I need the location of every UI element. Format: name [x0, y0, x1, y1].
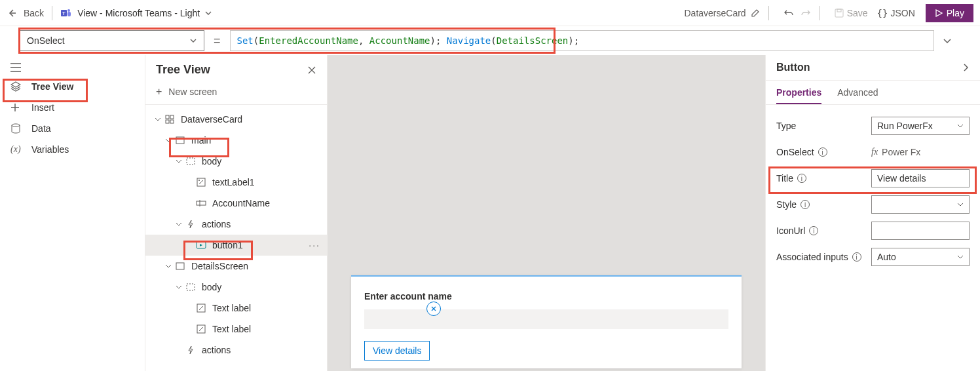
chevron-down-icon[interactable] — [176, 221, 185, 227]
chevron-down-icon[interactable] — [165, 137, 174, 144]
rail-label: Data — [31, 123, 51, 134]
equals-icon: = — [214, 34, 221, 48]
tree-title: Tree View — [156, 63, 210, 77]
tree-node-main[interactable]: main — [145, 130, 327, 151]
chevron-down-icon[interactable] — [205, 10, 212, 16]
svg-rect-4 — [835, 9, 843, 17]
teams-icon: T — [60, 7, 72, 19]
chevron-down-icon — [957, 254, 964, 260]
rail-label: Tree View — [31, 81, 73, 92]
svg-point-2 — [67, 9, 70, 12]
chevron-down-icon[interactable] — [176, 158, 185, 165]
svg-rect-10 — [170, 120, 174, 123]
tree-node-label: AccountName — [212, 198, 270, 208]
clear-icon[interactable] — [426, 302, 441, 316]
card-input-label: Enter account name — [364, 291, 728, 302]
card-name[interactable]: DataverseCard — [684, 8, 745, 18]
tree-node-actions[interactable]: actions — [145, 214, 327, 235]
chevron-down-icon[interactable] — [155, 116, 164, 123]
screen-icon — [174, 134, 186, 146]
actions-icon — [185, 218, 197, 230]
plus-icon: + — [156, 86, 162, 98]
tree-node-textlabel1[interactable]: · textLabel1 — [145, 172, 327, 193]
title-input[interactable]: View details — [871, 169, 970, 187]
assoc-select[interactable]: Auto — [871, 248, 970, 266]
more-icon[interactable]: ··· — [309, 240, 320, 250]
fx-token: EnteredAccountName — [259, 35, 358, 46]
formula-input[interactable]: Set(EnteredAccountName, AccountName); Na… — [230, 30, 934, 51]
close-icon[interactable] — [307, 66, 316, 75]
tree-node-label: Text label — [212, 324, 251, 334]
svg-rect-5 — [837, 9, 841, 12]
svg-rect-9 — [166, 120, 169, 123]
divider — [52, 6, 52, 20]
info-icon[interactable]: i — [852, 252, 861, 262]
tree-node-actions2[interactable]: · actions — [145, 340, 327, 361]
expand-formula-icon[interactable] — [934, 36, 960, 45]
tab-properties[interactable]: Properties — [776, 81, 821, 104]
chevron-down-icon[interactable] — [165, 263, 174, 269]
back-arrow-icon[interactable] — [7, 8, 17, 18]
type-select[interactable]: Run PowerFx — [871, 117, 970, 135]
tree-node-textlabel-b[interactable]: · Text label — [145, 319, 327, 340]
divider — [819, 6, 820, 20]
tree-node-label: DetailsScreen — [191, 261, 248, 271]
tree-node-label: body — [202, 156, 221, 166]
new-screen-button[interactable]: + New screen — [145, 82, 327, 105]
input-icon — [195, 197, 207, 209]
plus-icon — [10, 103, 24, 112]
tree-node-label: DataverseCard — [181, 114, 242, 125]
back-button[interactable]: Back — [24, 8, 44, 18]
tree-node-accountname[interactable]: · AccountName — [145, 193, 327, 214]
play-button[interactable]: Play — [926, 4, 973, 22]
tree-node-textlabel-a[interactable]: · Text label — [145, 298, 327, 319]
container-icon — [185, 281, 197, 293]
prop-label-onselect: OnSelect — [776, 147, 814, 157]
save-icon — [834, 8, 844, 18]
info-icon[interactable]: i — [801, 200, 810, 209]
edit-icon[interactable] — [750, 8, 761, 18]
tab-advanced[interactable]: Advanced — [837, 81, 878, 104]
svg-rect-11 — [176, 137, 184, 144]
svg-rect-12 — [187, 158, 195, 165]
svg-point-6 — [12, 124, 20, 127]
hamburger-icon[interactable] — [0, 59, 145, 76]
rail-tree-view[interactable]: Tree View — [0, 76, 145, 97]
svg-rect-8 — [170, 115, 174, 119]
tree-node-button1[interactable]: · button1 ··· — [145, 235, 327, 256]
property-selector[interactable]: OnSelect — [20, 30, 204, 51]
chevron-down-icon[interactable] — [176, 284, 185, 290]
view-details-button[interactable]: View details — [364, 341, 430, 361]
tree-node-body2[interactable]: body — [145, 277, 327, 298]
rail-data[interactable]: Data — [0, 118, 145, 139]
fx-token: Navigate — [447, 35, 491, 46]
prop-label-title: Title — [776, 173, 793, 184]
rail-label: Insert — [31, 102, 54, 113]
info-icon[interactable]: i — [797, 174, 806, 183]
json-icon[interactable]: {} — [877, 8, 888, 18]
text-icon — [195, 323, 207, 335]
text-icon — [195, 302, 207, 314]
fx-token: AccountName — [369, 35, 430, 46]
tree-node-body[interactable]: body — [145, 151, 327, 172]
database-icon — [10, 123, 24, 134]
undo-icon[interactable] — [783, 8, 794, 18]
json-button[interactable]: JSON — [890, 8, 914, 18]
svg-rect-7 — [166, 115, 169, 119]
view-dropdown[interactable]: View - Microsoft Teams - Light — [77, 8, 200, 18]
style-select[interactable] — [871, 195, 970, 214]
actions-icon — [185, 344, 197, 356]
property-selector-value: OnSelect — [27, 35, 65, 46]
account-name-input[interactable] — [364, 309, 728, 329]
tree-node-dataversecard[interactable]: DataverseCard — [145, 109, 327, 130]
rail-insert[interactable]: Insert — [0, 97, 145, 118]
info-icon[interactable]: i — [809, 226, 818, 235]
screen-icon — [174, 260, 186, 272]
tree-node-detailsscreen[interactable]: DetailsScreen — [145, 256, 327, 277]
onselect-value: fx Power Fx — [871, 147, 970, 157]
svg-rect-14 — [197, 201, 206, 205]
rail-variables[interactable]: (x) Variables — [0, 139, 145, 160]
info-icon[interactable]: i — [818, 147, 827, 157]
iconurl-input[interactable] — [871, 222, 970, 240]
chevron-right-icon[interactable] — [962, 63, 970, 72]
